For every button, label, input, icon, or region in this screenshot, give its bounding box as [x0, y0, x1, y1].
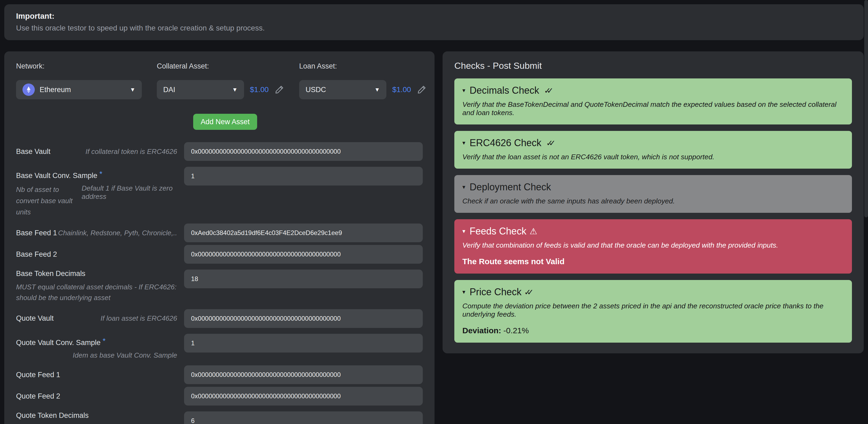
base-token-decimals-label: Base Token Decimals — [16, 270, 85, 278]
deployment-check-header[interactable]: ▾ Deployment Check — [462, 181, 844, 193]
double-check-icon: ✓✓ — [544, 86, 553, 95]
form-row-quote-vault-conv-sample: Quote Vault Conv. Sample* Idem as base V… — [16, 334, 423, 360]
add-new-asset-button[interactable]: Add New Asset — [193, 114, 257, 130]
base-feed-2-input[interactable] — [184, 245, 423, 264]
loan-label: Loan Asset: — [299, 62, 427, 70]
base-feed-1-label: Base Feed 1 — [16, 229, 57, 237]
edit-pencil-icon[interactable] — [275, 85, 284, 94]
deployment-check-card: ▾ Deployment Check Check if an oracle wi… — [454, 175, 852, 213]
checks-panel-title: Checks - Post Submit — [454, 60, 852, 71]
base-token-decimals-input[interactable] — [184, 270, 423, 288]
collapse-caret-icon: ▾ — [462, 140, 465, 146]
quote-vault-conv-hint: Idem as base Vault Conv. Sample — [16, 351, 177, 360]
edit-pencil-icon[interactable] — [417, 85, 427, 94]
base-feed-1-hint: Chainlink, Redstone, Pyth, Chronicle,.. — [58, 229, 177, 237]
collateral-select[interactable]: DAI ▼ — [157, 80, 244, 99]
erc4626-check-desc: Verify that the loan asset is not an ERC… — [462, 153, 844, 161]
deviation-value: -0.21% — [501, 326, 529, 335]
collapse-caret-icon: ▾ — [462, 184, 465, 190]
quote-vault-conv-label: Quote Vault Conv. Sample — [16, 339, 101, 346]
erc4626-check-header[interactable]: ▾ ERC4626 Check ✓✓ — [462, 137, 844, 149]
price-check-desc: Compute the deviation price between the … — [462, 302, 844, 319]
network-label: Network: — [16, 62, 142, 70]
quote-feed-1-label: Quote Feed 1 — [16, 371, 60, 379]
deployment-check-desc: Check if an oracle with the same inputs … — [462, 197, 844, 205]
collateral-price: $1.00 — [250, 85, 269, 94]
loan-price: $1.00 — [392, 85, 411, 94]
chevron-down-icon: ▼ — [374, 87, 380, 93]
base-feed-1-input[interactable] — [184, 223, 423, 242]
checks-panel: Checks - Post Submit ▾ Decimals Check ✓✓… — [442, 51, 864, 353]
chevron-down-icon: ▼ — [232, 87, 238, 93]
warning-triangle-icon: ⚠ — [529, 226, 537, 236]
oracle-form-panel: Network: Ethereum ▼ Collateral Asset: — [4, 51, 435, 424]
form-row-quote-token-decimals: Quote Token Decimals MUST equal loan ass… — [16, 412, 423, 424]
banner-title: Important: — [16, 12, 852, 21]
chevron-down-icon: ▼ — [130, 87, 135, 93]
quote-vault-hint: If loan asset is ERC4626 — [101, 314, 177, 323]
required-asterisk: * — [103, 337, 106, 345]
base-vault-conv-hint-right: Default 1 if Base Vault is zero address — [82, 184, 177, 218]
form-row-base-feed-1: Base Feed 1 Chainlink, Redstone, Pyth, C… — [16, 223, 423, 242]
collateral-group: Collateral Asset: DAI ▼ $1.00 — [157, 62, 284, 99]
price-check-header[interactable]: ▾ Price Check ✓✓ — [462, 286, 844, 298]
form-row-quote-vault: Quote Vault If loan asset is ERC4626 — [16, 309, 423, 328]
quote-feed-1-input[interactable] — [184, 365, 423, 384]
collapse-caret-icon: ▾ — [462, 289, 465, 296]
network-select[interactable]: Ethereum ▼ — [16, 80, 142, 99]
feeds-check-header[interactable]: ▾ Feeds Check ⚠ — [462, 226, 844, 237]
deployment-check-title: Deployment Check — [470, 181, 551, 193]
feeds-check-card: ▾ Feeds Check ⚠ Verify that combination … — [454, 219, 852, 274]
loan-value: USDC — [306, 86, 326, 94]
important-banner: Important: Use this oracle testor to spe… — [4, 4, 864, 40]
quote-token-decimals-label: Quote Token Decimals — [16, 412, 89, 419]
collapse-caret-icon: ▾ — [462, 228, 465, 235]
form-row-base-token-decimals: Base Token Decimals MUST equal collatera… — [16, 270, 423, 303]
decimals-check-desc: Verify that the BaseTokenDecimal and Quo… — [462, 100, 844, 117]
base-feed-2-label: Base Feed 2 — [16, 250, 57, 259]
network-value: Ethereum — [40, 86, 71, 94]
ethereum-icon — [23, 84, 35, 96]
form-row-base-vault: Base Vault If collateral token is ERC462… — [16, 142, 423, 161]
base-vault-hint: If collateral token is ERC4626 — [85, 148, 177, 156]
scrollbar[interactable] — [864, 0, 868, 217]
banner-subtitle: Use this oracle testor to speed up with … — [16, 24, 852, 32]
loan-select[interactable]: USDC ▼ — [299, 80, 386, 99]
base-vault-label: Base Vault — [16, 148, 51, 156]
base-vault-conv-sample-input[interactable] — [184, 167, 423, 185]
deviation-label: Deviation: — [462, 326, 501, 335]
form-row-base-feed-2: Base Feed 2 — [16, 245, 423, 264]
quote-feed-2-label: Quote Feed 2 — [16, 392, 60, 400]
base-vault-input[interactable] — [184, 142, 423, 161]
decimals-check-card: ▾ Decimals Check ✓✓ Verify that the Base… — [454, 79, 852, 124]
erc4626-check-title: ERC4626 Check — [470, 137, 541, 149]
price-check-card: ▾ Price Check ✓✓ Compute the deviation p… — [454, 280, 852, 343]
quote-vault-input[interactable] — [184, 309, 423, 328]
quote-vault-conv-sample-input[interactable] — [184, 334, 423, 353]
form-row-quote-feed-1: Quote Feed 1 — [16, 365, 423, 384]
collateral-label: Collateral Asset: — [157, 62, 284, 70]
loan-group: Loan Asset: USDC ▼ $1.00 — [299, 62, 427, 99]
base-token-decimals-hint: MUST equal collateral asset decimals - I… — [16, 281, 177, 303]
asset-selectors-row: Network: Ethereum ▼ Collateral Asset: — [16, 62, 423, 99]
quote-token-decimals-input[interactable] — [184, 412, 423, 424]
feeds-check-title: Feeds Check — [470, 226, 526, 237]
erc4626-check-card: ▾ ERC4626 Check ✓✓ Verify that the loan … — [454, 131, 852, 169]
price-check-deviation: Deviation: -0.21% — [462, 326, 844, 335]
price-check-title: Price Check — [470, 286, 522, 298]
decimals-check-header[interactable]: ▾ Decimals Check ✓✓ — [462, 85, 844, 96]
feeds-check-message: The Route seems not Valid — [462, 257, 844, 266]
quote-feed-2-input[interactable] — [184, 387, 423, 405]
decimals-check-title: Decimals Check — [470, 85, 539, 96]
feeds-check-desc: Verify that combination of feeds is vali… — [462, 241, 844, 249]
collateral-value: DAI — [163, 86, 175, 94]
quote-vault-label: Quote Vault — [16, 314, 54, 323]
base-vault-conv-label: Base Vault Conv. Sample — [16, 172, 97, 180]
form-row-base-vault-conv-sample: Base Vault Conv. Sample* Nb of asset to … — [16, 167, 423, 218]
base-vault-conv-hint-left: Nb of asset to convert base vault units — [16, 184, 82, 218]
required-asterisk: * — [99, 170, 102, 178]
network-group: Network: Ethereum ▼ — [16, 62, 142, 99]
collapse-caret-icon: ▾ — [462, 87, 465, 94]
form-row-quote-feed-2: Quote Feed 2 — [16, 387, 423, 405]
double-check-icon: ✓✓ — [546, 139, 556, 148]
